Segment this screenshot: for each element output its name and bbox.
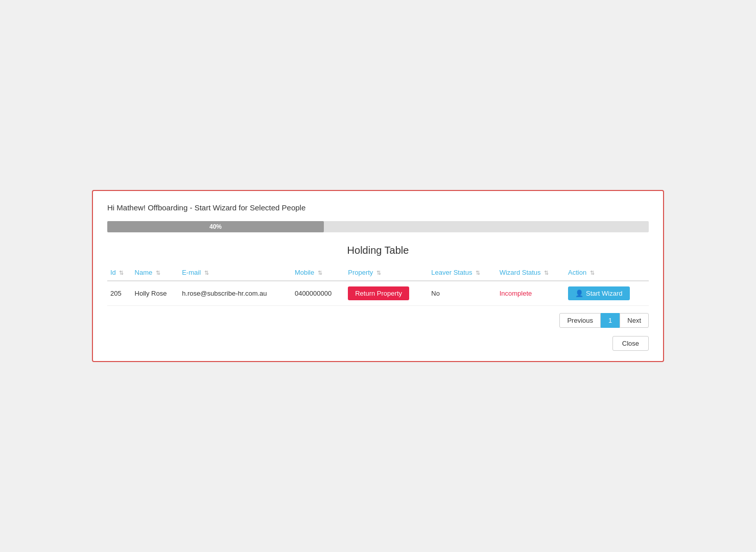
col-header-leaver-status[interactable]: Leaver Status ⇅ [428,265,496,281]
start-wizard-button[interactable]: Start Wizard [568,286,630,300]
next-button[interactable]: Next [620,313,649,328]
col-header-name[interactable]: Name ⇅ [132,265,179,281]
col-header-property[interactable]: Property ⇅ [345,265,428,281]
progress-bar-container: 40% [107,221,649,232]
pagination-row: Previous 1 Next [107,313,649,328]
sort-icon-leaver-status: ⇅ [476,270,480,276]
cell-email: h.rose@subscribe-hr.com.au [179,281,292,306]
cell-id: 205 [107,281,132,306]
holding-table: Id ⇅ Name ⇅ E-mail ⇅ Mobile ⇅ Property [107,265,649,306]
return-property-button[interactable]: Return Property [348,286,409,300]
sort-icon-name: ⇅ [156,270,160,276]
sort-icon-mobile: ⇅ [318,270,322,276]
sort-icon-id: ⇅ [119,270,124,276]
col-header-mobile[interactable]: Mobile ⇅ [292,265,345,281]
sort-icon-wizard-status: ⇅ [544,270,549,276]
cell-name: Holly Rose [132,281,179,306]
col-header-email[interactable]: E-mail ⇅ [179,265,292,281]
col-header-action[interactable]: Action ⇅ [565,265,649,281]
close-row: Close [107,336,649,351]
modal-title: Hi Mathew! Offboarding - Start Wizard fo… [107,203,649,212]
col-header-id[interactable]: Id ⇅ [107,265,132,281]
progress-bar-fill: 40% [107,221,324,232]
sort-icon-email: ⇅ [204,270,209,276]
cell-leaver-status: No [428,281,496,306]
cell-mobile: 0400000000 [292,281,345,306]
table-row: 205 Holly Rose h.rose@subscribe-hr.com.a… [107,281,649,306]
progress-bar-label: 40% [209,223,222,230]
modal-container: Hi Mathew! Offboarding - Start Wizard fo… [92,190,664,362]
col-header-wizard-status[interactable]: Wizard Status ⇅ [497,265,565,281]
previous-button[interactable]: Previous [559,313,601,328]
person-icon [575,290,583,297]
table-title: Holding Table [107,245,649,256]
cell-action: Start Wizard [565,281,649,306]
close-button[interactable]: Close [612,336,649,351]
cell-property: Return Property [345,281,428,306]
table-header-row: Id ⇅ Name ⇅ E-mail ⇅ Mobile ⇅ Property [107,265,649,281]
page-number-button[interactable]: 1 [601,313,620,328]
sort-icon-action: ⇅ [590,270,595,276]
cell-wizard-status: Incomplete [497,281,565,306]
sort-icon-property: ⇅ [376,270,381,276]
